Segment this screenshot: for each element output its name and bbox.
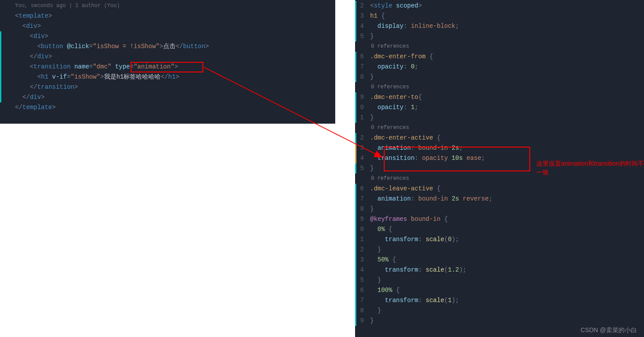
line-number: 9	[355, 316, 367, 326]
line-number: 8	[355, 72, 367, 82]
code-line[interactable]: 8}	[355, 72, 644, 82]
code-line[interactable]: 7 opacity: 0;	[355, 62, 644, 72]
code-line[interactable]: 6 100% {	[355, 285, 644, 295]
code-line[interactable]: 0 0% {	[355, 224, 644, 235]
code-line[interactable]: 7 animation: bound-in 2s reverse;	[355, 194, 644, 204]
code-line[interactable]: 9.dmc-enter-to{	[355, 92, 644, 102]
code-line[interactable]: 9}	[355, 316, 644, 326]
code-line[interactable]: 8 }	[355, 306, 644, 316]
code-line[interactable]: </template>	[0, 102, 335, 113]
line-number: 6	[355, 184, 367, 194]
line-number: 8	[355, 306, 367, 316]
line-number: 4	[355, 265, 367, 275]
line-number: 4	[355, 153, 367, 163]
line-number: 7	[355, 194, 367, 204]
code-line[interactable]: 3 50% {	[355, 255, 644, 265]
line-number: 4	[355, 21, 367, 31]
line-number: 7	[355, 62, 367, 72]
code-line[interactable]: 2<style scoped>	[355, 1, 644, 11]
annotation-note: 这里设置animation和transition的时间不一致	[536, 159, 644, 177]
code-line[interactable]: </div>	[0, 52, 335, 62]
line-number: 2	[355, 1, 367, 11]
code-line[interactable]: <div>	[0, 31, 335, 42]
right-highlight-box	[384, 147, 530, 171]
code-line[interactable]: <div>	[0, 21, 335, 31]
line-number: 9	[355, 214, 367, 224]
line-number: 5	[355, 163, 367, 174]
line-number: 7	[355, 295, 367, 306]
code-line[interactable]: </transition>	[0, 82, 335, 92]
line-number: 1	[355, 113, 367, 123]
line-number: 6	[355, 52, 367, 62]
codelens-references[interactable]: 0 references	[355, 42, 644, 52]
code-line[interactable]: <h1 v-if="isShow">我是h1标签哈哈哈哈</h1>	[0, 72, 335, 82]
line-number: 9	[355, 92, 367, 102]
left-highlight-box	[131, 62, 203, 72]
code-line[interactable]: 3h1 {	[355, 11, 644, 21]
line-number: 1	[355, 235, 367, 245]
code-line[interactable]: 0 opacity: 1;	[355, 102, 644, 113]
line-number: 5	[355, 31, 367, 42]
line-number: 6	[355, 285, 367, 295]
code-line[interactable]: 4 display: inline-block;	[355, 21, 644, 31]
code-line[interactable]: 4 transform: scale(1.2);	[355, 265, 644, 275]
code-line[interactable]: <button @click="isShow = !isShow">点击</bu…	[0, 42, 335, 52]
line-number: 3	[355, 11, 367, 21]
code-line[interactable]: 2.dmc-enter-active {	[355, 133, 644, 143]
line-number: 3	[355, 255, 367, 265]
code-line[interactable]: 8}	[355, 204, 644, 214]
code-line[interactable]: <template>	[0, 11, 335, 21]
code-line[interactable]: 6.dmc-enter-from {	[355, 52, 644, 62]
line-number: 5	[355, 275, 367, 285]
watermark: CSDN @卖菜的小白	[580, 326, 637, 334]
git-blame-annotation: You, seconds ago | 1 author (You)	[0, 1, 335, 11]
line-number: 3	[355, 143, 367, 153]
line-number: 8	[355, 204, 367, 214]
code-line[interactable]: </div>	[0, 92, 335, 102]
code-line[interactable]: 1 transform: scale(0);	[355, 235, 644, 245]
code-line[interactable]: 7 transform: scale(1);	[355, 295, 644, 306]
code-line[interactable]: 1}	[355, 113, 644, 123]
codelens-references[interactable]: 0 references	[355, 82, 644, 92]
line-number: 0	[355, 102, 367, 113]
code-line[interactable]: 6.dmc-leave-active {	[355, 184, 644, 194]
code-line[interactable]: 2 }	[355, 245, 644, 255]
line-number: 2	[355, 245, 367, 255]
code-line[interactable]: 5}	[355, 31, 644, 42]
line-number: 0	[355, 224, 367, 235]
code-line[interactable]: 5 }	[355, 275, 644, 285]
line-number: 2	[355, 133, 367, 143]
codelens-references[interactable]: 0 references	[355, 123, 644, 133]
code-line[interactable]: 9@keyframes bound-in {	[355, 214, 644, 224]
